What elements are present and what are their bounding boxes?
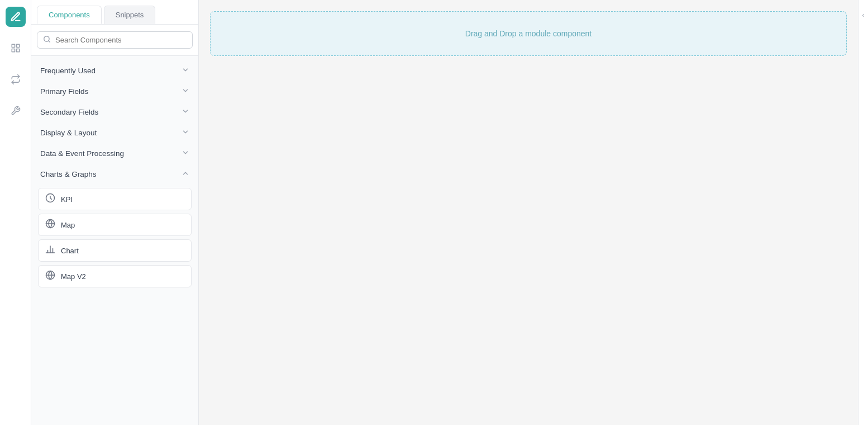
svg-rect-1 bbox=[16, 44, 19, 47]
section-secondary-fields[interactable]: Secondary Fields bbox=[31, 102, 198, 122]
svg-line-5 bbox=[49, 41, 50, 42]
component-chart[interactable]: Chart bbox=[38, 239, 192, 262]
section-charts-graphs[interactable]: Charts & Graphs bbox=[31, 164, 198, 185]
charts-graphs-items: KPI Map bbox=[31, 185, 198, 293]
chevron-charts-graphs-icon bbox=[182, 169, 189, 179]
right-collapse-button[interactable]: ‹ bbox=[858, 0, 868, 425]
section-label-secondary-fields: Secondary Fields bbox=[40, 108, 98, 116]
component-map-v2-label: Map V2 bbox=[61, 272, 86, 281]
svg-rect-0 bbox=[12, 44, 15, 47]
swap-icon[interactable] bbox=[6, 69, 26, 89]
icon-rail bbox=[0, 0, 31, 425]
sidebar: Components Snippets Frequently Used Prim… bbox=[31, 0, 199, 425]
section-label-charts-graphs: Charts & Graphs bbox=[40, 170, 97, 178]
chart-bar-icon bbox=[45, 244, 55, 257]
search-area bbox=[31, 25, 198, 56]
search-input[interactable] bbox=[55, 36, 187, 44]
section-list: Frequently Used Primary Fields Secondary… bbox=[31, 56, 198, 298]
chevron-primary-fields-icon bbox=[182, 87, 189, 96]
component-map-v2[interactable]: Map V2 bbox=[38, 265, 192, 287]
component-kpi[interactable]: KPI bbox=[38, 188, 192, 210]
app-logo-icon[interactable] bbox=[6, 7, 26, 27]
drop-zone-text: Drag and Drop a module component bbox=[465, 29, 592, 38]
section-primary-fields[interactable]: Primary Fields bbox=[31, 81, 198, 102]
component-map-label: Map bbox=[61, 221, 75, 229]
drop-zone[interactable]: Drag and Drop a module component bbox=[210, 11, 847, 56]
grid-icon[interactable] bbox=[6, 38, 26, 58]
kpi-icon bbox=[45, 193, 55, 205]
tab-components[interactable]: Components bbox=[37, 6, 102, 24]
section-data-event[interactable]: Data & Event Processing bbox=[31, 143, 198, 164]
svg-rect-3 bbox=[16, 49, 19, 52]
tab-snippets[interactable]: Snippets bbox=[104, 6, 156, 24]
component-map[interactable]: Map bbox=[38, 214, 192, 236]
search-icon bbox=[43, 35, 51, 45]
component-chart-label: Chart bbox=[61, 247, 79, 255]
svg-rect-2 bbox=[12, 49, 15, 52]
map-v2-globe-icon bbox=[45, 270, 55, 282]
canvas-area: Drag and Drop a module component bbox=[199, 0, 858, 425]
collapse-icon: ‹ bbox=[862, 11, 865, 19]
chevron-frequently-used-icon bbox=[182, 66, 189, 75]
component-kpi-label: KPI bbox=[61, 195, 73, 204]
map-globe-icon bbox=[45, 219, 55, 231]
tab-bar: Components Snippets bbox=[31, 0, 198, 25]
wrench-icon[interactable] bbox=[6, 101, 26, 121]
search-box bbox=[37, 31, 193, 49]
section-label-frequently-used: Frequently Used bbox=[40, 67, 96, 75]
section-frequently-used[interactable]: Frequently Used bbox=[31, 60, 198, 81]
chevron-data-event-icon bbox=[182, 149, 189, 158]
section-label-primary-fields: Primary Fields bbox=[40, 87, 88, 96]
section-label-display-layout: Display & Layout bbox=[40, 129, 97, 137]
section-label-data-event: Data & Event Processing bbox=[40, 149, 124, 158]
chevron-display-layout-icon bbox=[182, 128, 189, 138]
section-display-layout[interactable]: Display & Layout bbox=[31, 122, 198, 143]
chevron-secondary-fields-icon bbox=[182, 107, 189, 117]
